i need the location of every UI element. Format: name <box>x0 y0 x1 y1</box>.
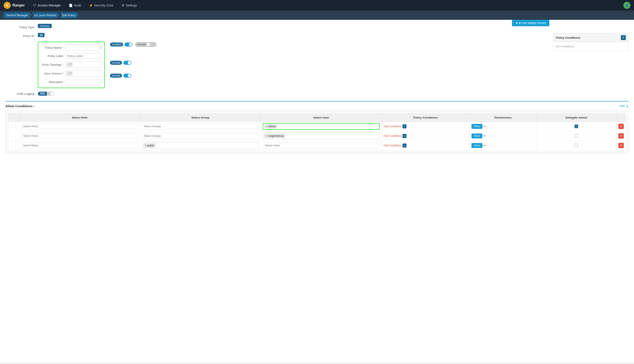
topology-include-toggle[interactable] <box>123 61 131 65</box>
knox-service-input[interactable]: ✕ * <box>65 70 102 77</box>
enabled-toggle-slider <box>125 42 133 46</box>
group-tag-remove-3[interactable]: ✕ <box>145 144 147 147</box>
normal-label: normal <box>137 43 146 46</box>
add-conditions-btn-2[interactable]: Add Conditions <box>384 134 402 138</box>
group-tag-value-3: public <box>147 144 154 147</box>
allow-btn-3[interactable]: Allow <box>471 143 482 148</box>
user-avatar[interactable]: 👤 <box>623 2 630 9</box>
allow-btn-2[interactable]: Allow <box>471 134 482 138</box>
breadcrumb-cm-knox-policies[interactable]: cm_knox Policies <box>32 12 59 18</box>
user-tag-value-1: weixia <box>268 125 276 128</box>
permission-cell-2: Allow ✏ <box>469 131 536 141</box>
th-drag <box>9 114 19 122</box>
drag-handle-1[interactable]: ⋮⋮ <box>9 122 19 131</box>
group-tag-input-3[interactable]: ✕ public <box>142 142 259 149</box>
enabled-toggle[interactable] <box>125 42 133 46</box>
add-conditions-plus-2[interactable]: + <box>402 134 406 138</box>
conditions-table: Select Role Select Group Select User Pol… <box>8 114 626 150</box>
group-input-1[interactable] <box>142 124 259 129</box>
policy-name-input[interactable]: all - topology, service <box>65 45 100 51</box>
breadcrumb: Service Manager cm_knox Policies Edit Po… <box>0 11 634 20</box>
main-content: Policy Type Access ⊕ ⊕ Add Validity Peri… <box>0 20 634 362</box>
group-input-2[interactable] <box>142 133 259 139</box>
app-logo[interactable]: R Ranger <box>4 2 25 9</box>
add-conditions-btn-1[interactable]: Add Conditions <box>384 125 402 128</box>
delete-btn-1[interactable]: ✕ <box>618 124 624 129</box>
access-badge: Access <box>38 24 52 28</box>
delegate-admin-checkbox-3[interactable] <box>574 144 578 147</box>
knox-service-tag-remove[interactable]: ✕ <box>68 72 70 75</box>
th-permissions: Permissions <box>469 114 536 122</box>
add-conditions-label-2: Add Conditions <box>384 134 402 138</box>
role-cell-3 <box>19 141 140 150</box>
allow-conditions-header: Allow Conditions : hide ▲ <box>5 102 629 110</box>
policy-conditions-add-button[interactable]: + <box>621 35 626 40</box>
topology-include-wrapper: include <box>110 61 157 65</box>
nav-access-manager[interactable]: 🛡 Access Manager <box>30 2 64 8</box>
policy-form-highlight: Policy Name * all - topology, service ℹ … <box>38 42 105 88</box>
breadcrumb-edit-policy[interactable]: Edit Policy <box>60 12 79 18</box>
delegate-admin-cell-2 <box>536 131 616 141</box>
breadcrumb-service-manager[interactable]: Service Manager <box>4 12 31 18</box>
policy-id-label: Policy ID <box>5 33 34 38</box>
th-select-user: Select User <box>261 114 382 122</box>
delete-btn-2[interactable]: ✕ <box>618 133 624 138</box>
policy-type-value: Access <box>38 24 52 28</box>
delegate-admin-checkbox-2[interactable] <box>574 134 578 138</box>
policy-name-inner: Policy Name * all - topology, service ℹ <box>41 45 102 51</box>
enabled-label: enabled <box>110 42 123 46</box>
table-row: ⋮⋮ ✕ public <box>9 141 626 150</box>
allow-btn-1[interactable]: Allow <box>471 124 482 129</box>
add-conditions-plus-1[interactable]: + <box>402 124 406 128</box>
yes-toggle-knob[interactable] <box>47 92 54 96</box>
user-tag-input-2[interactable]: ✕ rangerlookup <box>263 132 380 139</box>
knox-topology-tag: ✕ * <box>67 62 73 66</box>
service-include-toggle[interactable] <box>123 74 131 78</box>
nav-settings[interactable]: ⚙ Settings <box>119 2 140 8</box>
add-validity-button[interactable]: ⊕ ⊕ Add Validity Period <box>512 20 549 26</box>
permission-edit-btn-2[interactable]: ✏ <box>483 134 486 138</box>
app-name: Ranger <box>13 3 25 7</box>
delegate-admin-checkbox-1[interactable]: ✓ <box>574 124 578 128</box>
delete-btn-3[interactable]: ✕ <box>618 143 624 148</box>
permission-edit-btn-3[interactable]: ✏ <box>483 144 486 147</box>
nav-audit[interactable]: 📄 Audit <box>66 2 84 8</box>
user-input-3[interactable] <box>263 142 380 148</box>
role-input-1[interactable] <box>21 124 138 129</box>
delete-cell-3: ✕ <box>617 141 626 150</box>
policy-cond-cell-2: Add Conditions + <box>382 131 469 141</box>
policy-name-label-inner: Policy Name * <box>41 46 63 50</box>
th-actions <box>617 114 626 122</box>
user-tag-remove-1[interactable]: ✕ <box>266 125 268 128</box>
add-conditions-plus-3[interactable]: + <box>402 144 406 148</box>
user-tag-2: ✕ rangerlookup <box>264 134 285 138</box>
drag-handle-2[interactable]: ⋮⋮ <box>9 131 19 141</box>
description-input[interactable]: Policy for all - topology, service <box>65 79 102 85</box>
role-input-3[interactable] <box>21 142 138 148</box>
role-cell-1 <box>19 122 140 131</box>
logo-icon: R <box>4 2 11 9</box>
permission-cell-1: Allow ✏ <box>469 122 536 131</box>
table-row: ⋮⋮ ✕ weixia <box>9 122 626 131</box>
yes-toggle[interactable]: YES <box>38 92 54 96</box>
drag-handle-3[interactable]: ⋮⋮ <box>9 141 19 150</box>
knox-topology-tag-remove[interactable]: ✕ <box>68 63 70 66</box>
knox-topology-input[interactable]: ✕ * <box>65 61 102 68</box>
th-delegate-admin: Delegate Admin <box>536 114 616 122</box>
hide-link[interactable]: hide ▲ <box>619 104 629 108</box>
enabled-toggle-wrapper: enabled <box>110 42 133 46</box>
user-tag-input-1[interactable]: ✕ weixia <box>263 123 380 130</box>
add-validity-label: ⊕ Add Validity Period <box>518 21 546 25</box>
permission-edit-btn-1[interactable]: ✏ <box>483 124 486 128</box>
user-tag-remove-2[interactable]: ✕ <box>265 134 267 138</box>
normal-toggle[interactable] <box>146 42 154 46</box>
allow-conditions-title: Allow Conditions : <box>5 104 35 108</box>
service-include-wrapper: include <box>110 74 157 78</box>
add-conditions-btn-3[interactable]: Add Conditions <box>384 144 402 147</box>
policy-label-input[interactable] <box>65 53 102 59</box>
nav-security-zone[interactable]: ⚡ Security Zone <box>86 2 117 8</box>
top-nav: R Ranger 🛡 Access Manager 📄 Audit ⚡ Secu… <box>0 0 634 11</box>
role-input-2[interactable] <box>21 133 138 139</box>
permission-cell-3: Allow ✏ <box>469 141 536 150</box>
role-cell-2 <box>19 131 140 141</box>
